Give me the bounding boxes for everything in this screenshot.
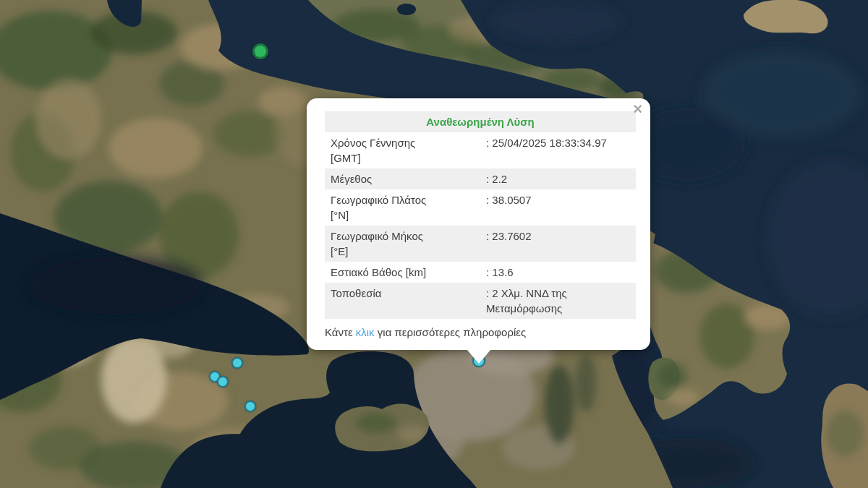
- row-value: : 2 Χλμ. ΝΝΔ της Μεταμόρφωσης: [480, 283, 636, 319]
- earthquake-info-table: Αναθεωρημένη Λύση Χρόνος Γέννησης[GMT] :…: [325, 111, 636, 319]
- table-row: Γεωγραφικό Πλάτος[°N] : 38.0507: [325, 189, 636, 226]
- euboea-bay: [397, 4, 416, 15]
- row-label: Γεωγραφικό Πλάτος: [331, 194, 426, 206]
- row-value: : 38.0507: [480, 189, 636, 226]
- row-value: : 13.6: [480, 262, 636, 283]
- earthquake-marker[interactable]: [252, 43, 268, 59]
- table-row: Τοποθεσία : 2 Χλμ. ΝΝΔ της Μεταμόρφωσης: [325, 283, 636, 319]
- earthquake-marker[interactable]: [231, 357, 243, 369]
- row-label: Τοποθεσία: [331, 287, 381, 299]
- more-info-line: Κάντε κλικ για περισσότερες πληροφορίες: [325, 325, 636, 340]
- row-label: Χρόνος Γέννησης: [331, 137, 415, 149]
- close-icon[interactable]: ×: [633, 101, 642, 117]
- row-label-unit: [°N]: [331, 207, 475, 223]
- table-row: Χρόνος Γέννησης[GMT] : 25/04/2025 18:33:…: [325, 132, 636, 168]
- earthquake-marker[interactable]: [217, 376, 229, 388]
- footer-text: Κάντε: [325, 326, 356, 338]
- map-popup: × Αναθεωρημένη Λύση Χρόνος Γέννησης[GMT]…: [307, 98, 650, 350]
- row-value: : 25/04/2025 18:33:34.97: [480, 132, 636, 168]
- row-value: : 23.7602: [480, 226, 636, 262]
- footer-text: για περισσότερες πληροφορίες: [375, 326, 527, 338]
- earthquake-marker[interactable]: [244, 401, 256, 412]
- gulf-deep-water: [29, 257, 203, 314]
- row-label: Εστιακό Βάθος [km]: [331, 266, 426, 278]
- row-value: : 2.2: [480, 168, 636, 189]
- table-header-row: Αναθεωρημένη Λύση: [325, 111, 636, 132]
- row-label-unit: [GMT]: [331, 150, 475, 166]
- row-label: Μέγεθος: [331, 173, 372, 185]
- popup-title: Αναθεωρημένη Λύση: [325, 111, 636, 132]
- table-row: Γεωγραφικό Μήκος[°E] : 23.7602: [325, 226, 636, 262]
- row-label-unit: [°E]: [331, 244, 475, 259]
- row-label: Γεωγραφικό Μήκος: [331, 230, 423, 242]
- table-row: Εστιακό Βάθος [km] : 13.6: [325, 262, 636, 283]
- table-row: Μέγεθος : 2.2: [325, 168, 636, 189]
- popup-tail: [467, 349, 491, 364]
- more-info-link[interactable]: κλικ: [356, 326, 375, 338]
